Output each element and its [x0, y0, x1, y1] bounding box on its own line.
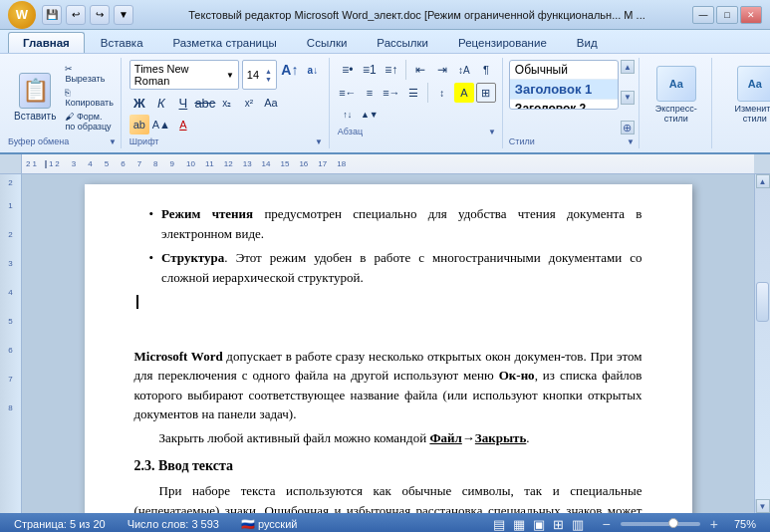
ruler-mark: 9	[170, 159, 174, 168]
office-button[interactable]: W	[8, 1, 36, 29]
ruler-mark: 6	[121, 159, 125, 168]
font-size-selector[interactable]: 14 ▲ ▼	[242, 60, 277, 90]
font-size-decrease[interactable]: ▼	[265, 76, 272, 83]
numbering-button[interactable]: ≡1	[360, 60, 380, 80]
document-area[interactable]: • Режим чтения предусмотрен специально д…	[22, 174, 754, 513]
ruler-mark: 17	[318, 159, 327, 168]
minimize-button[interactable]: —	[692, 6, 714, 24]
tab-view[interactable]: Вид	[563, 33, 612, 53]
superscript-button[interactable]: x²	[239, 93, 259, 113]
line-spacing-button[interactable]: ↕	[432, 83, 452, 103]
paragraph-label-row: Абзац ▼	[338, 127, 496, 136]
border-button[interactable]: ⊞	[476, 83, 496, 103]
style-scroll-down[interactable]: ▼	[621, 91, 635, 105]
highlight-button[interactable]: A▲	[151, 115, 171, 134]
vruler-mark: 7	[8, 375, 12, 384]
tab-mailings[interactable]: Рассылки	[363, 33, 442, 53]
zoom-slider[interactable]	[621, 522, 700, 526]
zoom-level[interactable]: 75%	[728, 517, 762, 531]
view-read-button[interactable]: ▣	[530, 516, 548, 533]
word-count[interactable]: Число слов: 3 593	[122, 517, 225, 531]
blank-line	[134, 319, 642, 339]
style-normal[interactable]: Обычный	[510, 61, 618, 80]
copy-button[interactable]: ⎘ Копировать	[62, 87, 116, 109]
sort-button[interactable]: ↕A	[454, 60, 474, 80]
view-normal-button[interactable]: ▤	[490, 516, 508, 533]
view-web-button[interactable]: ⊞	[550, 516, 567, 533]
close-button[interactable]: ✕	[740, 6, 762, 24]
style-heading1[interactable]: Заголовок 1	[510, 80, 618, 100]
subscript-button[interactable]: x₂	[217, 93, 237, 113]
tab-home[interactable]: Главная	[8, 32, 85, 53]
tab-insert[interactable]: Вставка	[87, 33, 157, 53]
undo-button[interactable]: ↩	[66, 5, 86, 25]
fill-color-button[interactable]: A	[454, 83, 474, 103]
paste-button[interactable]: 📋 Вставить	[8, 70, 62, 125]
strikethrough-button[interactable]: abc	[195, 93, 215, 113]
clipboard-label-row: Буфер обмена ▼	[8, 136, 117, 146]
shrink-font-button[interactable]: a↓	[303, 60, 323, 80]
font-group-label: Шрифт	[129, 136, 159, 146]
text-cursor	[136, 295, 138, 309]
zoom-thumb[interactable]	[668, 518, 678, 528]
paragraph-expand-icon[interactable]: ▼	[488, 128, 496, 136]
font-size-increase[interactable]: ▲	[265, 68, 272, 75]
scroll-up-button[interactable]: ▲	[756, 174, 770, 188]
style-scroll-up[interactable]: ▲	[621, 60, 635, 74]
format-painter-button[interactable]: 🖌 Форм. по образцу	[62, 111, 116, 133]
cut-button[interactable]: ✂ Вырезать	[62, 63, 116, 85]
view-layout-button[interactable]: ▦	[510, 516, 528, 533]
zoom-level-text: 75%	[734, 518, 756, 530]
align-left-button[interactable]: ≡←	[338, 83, 358, 103]
tab-references[interactable]: Ссылки	[293, 33, 362, 53]
view-outline-button[interactable]: ▥	[569, 516, 587, 533]
maximize-button[interactable]: □	[716, 6, 738, 24]
styles-expand-icon[interactable]: ▼	[627, 137, 635, 146]
zoom-in-button[interactable]: +	[704, 515, 724, 532]
font-expand-icon[interactable]: ▼	[315, 137, 323, 146]
office-icon: W	[16, 7, 28, 22]
express-styles-button[interactable]: Аа Экспресс-стили	[647, 62, 705, 128]
scroll-down-button[interactable]: ▼	[756, 499, 770, 513]
bold-button[interactable]: Ж	[129, 93, 149, 113]
quick-access-dropdown[interactable]: ▼	[114, 5, 133, 25]
multilevel-list-button[interactable]: ≡↑	[382, 60, 401, 80]
tab-review[interactable]: Рецензирование	[444, 33, 561, 53]
style-heading2[interactable]: Заголовок 2	[510, 100, 618, 110]
justify-button[interactable]: ☰	[403, 83, 423, 103]
scroll-thumb[interactable]	[756, 282, 769, 322]
ruler-right	[754, 154, 770, 173]
align-center-button[interactable]: ≡	[360, 83, 380, 103]
show-marks-button[interactable]: ¶	[476, 60, 496, 80]
increase-indent-button[interactable]: ⇥	[432, 60, 452, 80]
style-gallery: Обычный Заголовок 1 Заголовок 2	[509, 60, 619, 110]
grow-font-button[interactable]: A↑	[280, 60, 300, 80]
font-group: Times New Roman ▼ 14 ▲ ▼ A↑ a↓ Ж К Ч abc	[124, 58, 330, 148]
spacing-btn1[interactable]: ↑↓	[338, 105, 358, 125]
decrease-indent-button[interactable]: ⇤	[410, 60, 430, 80]
bullets-button[interactable]: ≡•	[338, 60, 358, 80]
align-right-button[interactable]: ≡→	[382, 83, 401, 103]
styles-group-label: Стили	[509, 136, 535, 146]
font-name-dropdown-icon: ▼	[226, 71, 234, 80]
clear-format-button[interactable]: Aa	[261, 93, 281, 113]
zoom-out-button[interactable]: −	[597, 515, 617, 532]
vruler-mark: 2	[8, 178, 12, 187]
paragraph: При наборе текста используются как обычн…	[134, 481, 642, 513]
language-selector[interactable]: 🇷🇺 русский	[235, 517, 303, 532]
page-info[interactable]: Страница: 5 из 20	[8, 517, 112, 531]
scroll-track[interactable]	[755, 188, 770, 499]
redo-button[interactable]: ↪	[90, 5, 110, 25]
style-expand[interactable]: ⊕	[621, 121, 635, 134]
spacing-btn2[interactable]: ▲▼	[360, 105, 380, 125]
zoom-plus-icon: +	[710, 516, 718, 532]
italic-button[interactable]: К	[151, 93, 171, 113]
clipboard-expand-icon[interactable]: ▼	[109, 137, 117, 146]
tab-page-layout[interactable]: Разметка страницы	[159, 33, 291, 53]
text-effects-button[interactable]: ab	[129, 115, 149, 134]
font-color-button[interactable]: A	[173, 115, 193, 134]
save-button[interactable]: 💾	[42, 5, 62, 25]
underline-button[interactable]: Ч	[173, 93, 193, 113]
font-name-selector[interactable]: Times New Roman ▼	[129, 60, 239, 90]
change-styles-button[interactable]: Аа Изменить стили	[720, 62, 770, 128]
